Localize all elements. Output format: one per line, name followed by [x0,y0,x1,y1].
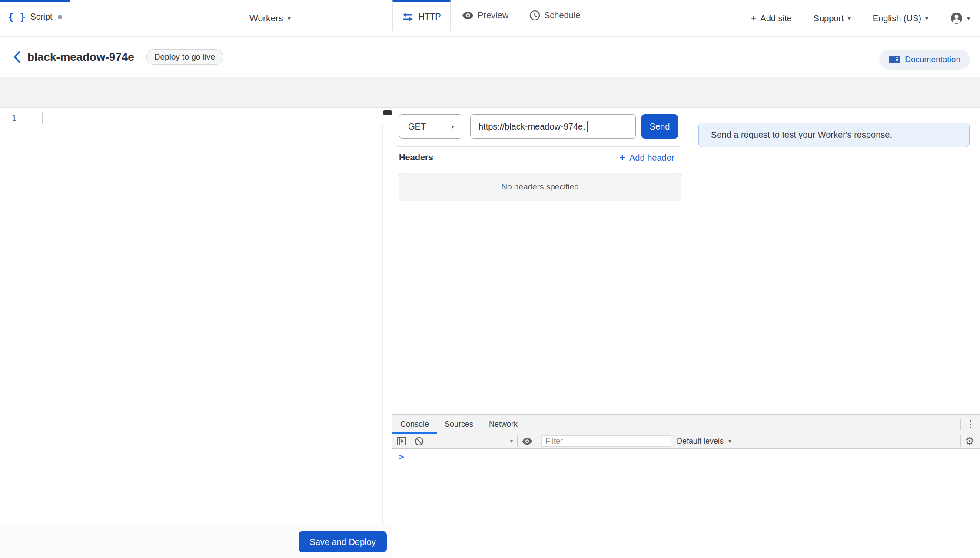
editor-tabstrip [0,77,980,108]
separator [517,435,518,447]
sources-tab-label: Sources [445,420,473,429]
http-method-value: GET [408,122,426,132]
send-button[interactable]: Send [641,114,678,139]
log-levels-label: Default levels [677,437,724,446]
worker-title-bar: black-meadow-974e Deploy to go live [0,37,980,77]
editor-scrollbar-thumb[interactable] [383,110,392,115]
avatar-icon [950,12,963,25]
documentation-label: Documentation [905,55,960,64]
preview-tab-label: Preview [478,10,508,20]
request-url-value: https://black-meadow-974e. [478,122,585,132]
eye-icon [522,438,532,445]
tab-console[interactable]: Console [392,415,437,434]
tab-sources[interactable]: Sources [437,415,481,434]
devtools-menu-button[interactable]: ⋮ [961,415,980,434]
tab-network[interactable]: Network [481,415,525,434]
support-label: Support [814,13,844,23]
chevron-down-icon: ▾ [925,15,928,21]
deploy-status-badge: Deploy to go live [146,49,223,65]
add-site-button[interactable]: + Add site [751,13,791,24]
support-menu[interactable]: Support ▾ [814,13,851,23]
line-number: 1 [5,113,17,123]
account-menu[interactable]: ▾ [950,12,970,25]
console-output[interactable]: > [392,449,980,558]
editor-footer: Save and Deploy [0,525,392,558]
clear-console-button[interactable] [413,435,425,447]
response-hint-text: Send a request to test your Worker's res… [711,130,892,140]
page-title: black-meadow-974e [27,50,134,64]
add-header-label: Add header [629,153,674,163]
caret-down-icon: ▼ [728,439,732,444]
console-prompt-chevron: > [399,452,404,462]
headers-divider [397,146,681,147]
js-context-select[interactable]: ▾ [430,435,517,447]
add-site-label: Add site [760,13,791,23]
script-tab-label: Script [30,12,52,22]
chevron-down-icon: ▾ [848,15,851,21]
ban-icon [415,437,424,446]
chevron-down-icon: ▾ [288,15,291,21]
tab-script[interactable]: { } Script [0,0,70,31]
tab-preview[interactable]: Preview [451,0,520,31]
braces-icon: { } [8,12,26,22]
response-hint-box: Send a request to test your Worker's res… [698,123,970,147]
book-icon [889,55,900,64]
console-filter-input[interactable] [541,435,671,447]
active-tab-underline [392,432,437,434]
kebab-icon: ⋮ [966,418,975,430]
headers-title: Headers [399,153,433,163]
devtools-panel: Console Sources Network ⋮ [392,414,980,558]
console-tab-label: Console [400,420,429,429]
network-tab-label: Network [489,420,518,429]
language-menu[interactable]: English (US) ▾ [873,13,928,23]
chevron-down-icon: ▾ [967,15,970,21]
console-sidebar-toggle[interactable] [396,435,407,447]
eye-icon [462,11,474,20]
chevron-down-icon: ▾ [451,123,454,130]
editor-scrollbar-track [382,124,383,525]
text-cursor [587,121,588,132]
plus-icon: + [619,152,625,164]
code-line-input[interactable] [42,112,382,124]
clock-icon [529,10,540,21]
http-arrows-icon [402,12,414,22]
top-nav: + Add site Support ▾ English (US) ▾ ▾ [751,0,970,37]
chevron-left-icon [13,50,21,63]
http-method-select[interactable]: GET ▾ [399,114,462,139]
devtools-tabbar: Console Sources Network ⋮ [392,415,980,434]
chevron-down-icon: ▾ [510,438,513,444]
request-url-input[interactable]: https://black-meadow-974e. [470,114,636,139]
language-label: English (US) [873,13,921,23]
unsaved-dot-icon [58,15,62,19]
no-headers-box: No headers specified [399,173,681,201]
add-header-button[interactable]: + Add header [619,152,674,164]
tab-http[interactable]: HTTP [392,0,451,31]
no-headers-label: No headers specified [501,182,579,192]
tabbar-spacer [525,415,960,434]
save-and-deploy-button[interactable]: Save and Deploy [299,531,387,552]
tab-schedule[interactable]: Schedule [518,0,591,31]
plus-icon: + [751,13,756,24]
console-toolbar: ▾ Default levels ▼ ⚙ [392,434,980,449]
separator [537,435,537,447]
http-tab-label: HTTP [418,12,441,22]
documentation-button[interactable]: Documentation [879,50,970,70]
console-sidebar-icon [397,437,406,445]
gear-icon: ⚙ [965,435,974,447]
product-menu-workers[interactable]: Workers ▾ [249,0,291,37]
back-button[interactable] [10,50,23,63]
response-divider [686,108,686,414]
live-expression-button[interactable] [522,435,533,447]
schedule-tab-label: Schedule [544,10,580,20]
product-menu-label: Workers [249,13,283,23]
console-settings-button[interactable]: ⚙ [961,435,978,447]
log-levels-select[interactable]: Default levels ▼ [677,437,732,446]
